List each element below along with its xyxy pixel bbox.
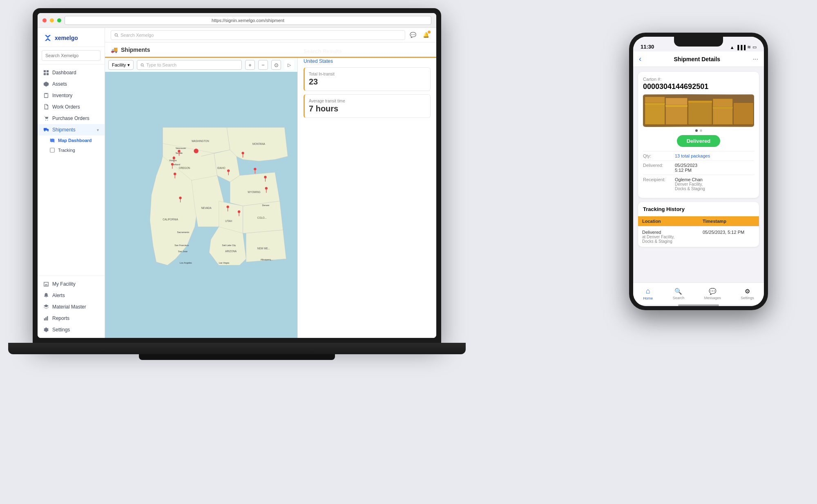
svg-point-6 xyxy=(47,120,48,121)
stat-card-transit: Total In-transit 23 xyxy=(304,67,431,91)
sidebar-label-my-facility: My Facility xyxy=(52,281,76,287)
pin-idaho xyxy=(227,169,230,172)
utah-label: UTAH xyxy=(225,220,232,222)
home-indicator xyxy=(633,304,764,306)
sidebar-item-inventory[interactable]: Inventory xyxy=(38,90,105,101)
svg-rect-54 xyxy=(645,97,665,103)
tracking-row-1: Delivered at Denver Facility,Docks & Sta… xyxy=(638,226,759,247)
phone-screen: 11:30 ▲ ▐▐▐ ≋ ▭ ‹ Shipment Details ··· C… xyxy=(633,37,764,306)
svg-text:Albuquerq...: Albuquerq... xyxy=(261,258,273,261)
sidebar-label-dashboard: Dashboard xyxy=(52,70,76,75)
map-container[interactable]: WASHINGTON OREGON CALIFORNIA NEVADA IDAH… xyxy=(105,58,297,338)
sidebar: xemelgo Dashboard Assets xyxy=(38,28,105,338)
shipments-bar: 🚚 Shipments xyxy=(105,42,436,58)
sidebar-item-dashboard[interactable]: Dashboard xyxy=(38,67,105,78)
battery-icon: ▭ xyxy=(752,44,757,50)
delivered-button[interactable]: Delivered xyxy=(677,135,721,147)
svg-text:Los Angeles: Los Angeles xyxy=(180,262,192,264)
sidebar-item-assets[interactable]: Assets xyxy=(38,78,105,90)
new-mexico-label: NEW ME... xyxy=(257,247,270,250)
california-label: CALIFORNIA xyxy=(163,218,178,221)
phone-status-icons: ▲ ▐▐▐ ≋ ▭ xyxy=(730,44,757,50)
svg-point-7 xyxy=(44,130,45,131)
logo-text: xemelgo xyxy=(55,35,78,41)
more-button[interactable]: ··· xyxy=(753,56,758,63)
gear-icon xyxy=(43,327,49,333)
pin-utah2 xyxy=(238,211,240,213)
svg-rect-3 xyxy=(47,73,49,75)
map-controls-bar: Facility ▾ Type to Search + − ⊙ ▷ xyxy=(105,58,297,72)
tracking-header: Location Timestamp xyxy=(638,216,759,226)
phone-nav-search[interactable]: 🔍 Search xyxy=(673,288,685,300)
global-search[interactable]: Search Xemelgo xyxy=(111,30,405,40)
qty-key: Qty: xyxy=(643,153,672,158)
pin-seattle-dot xyxy=(178,150,180,152)
tracking-location: Delivered at Denver Facility,Docks & Sta… xyxy=(638,230,699,244)
sidebar-item-purchase-orders[interactable]: Purchase Orders xyxy=(38,113,105,124)
notification-icon[interactable]: 🔔 xyxy=(422,31,431,40)
carton-card: Carton #: 0000304144692501 xyxy=(638,72,759,198)
sidebar-item-tracking[interactable]: Tracking xyxy=(38,145,105,155)
svg-rect-47 xyxy=(665,104,687,124)
svg-point-16 xyxy=(141,64,143,66)
search-nav-label: Search xyxy=(673,296,685,300)
map-search-icon xyxy=(141,63,144,67)
washington-label: WASHINGTON xyxy=(192,140,209,142)
sidebar-item-material-master[interactable]: Material Master xyxy=(38,301,105,313)
boxes-svg xyxy=(643,94,754,127)
sidebar-label-purchase-orders: Purchase Orders xyxy=(52,115,89,121)
box-icon xyxy=(43,81,49,87)
qty-value[interactable]: 13 total packages xyxy=(675,153,710,158)
sidebar-search-container xyxy=(38,47,105,64)
chat-icon[interactable]: 💬 xyxy=(408,31,417,40)
expand-button[interactable]: ▷ xyxy=(284,60,294,70)
pin-wyoming2 xyxy=(254,168,256,170)
url-bar: https://signin.xemelgo.com/shipment xyxy=(65,16,431,25)
laptop: https://signin.xemelgo.com/shipment xeme… xyxy=(33,8,462,457)
sidebar-item-alerts[interactable]: Alerts xyxy=(38,290,105,301)
sidebar-item-my-facility[interactable]: My Facility xyxy=(38,278,105,290)
phone-nav-home[interactable]: ⌂ Home xyxy=(643,287,653,300)
locate-button[interactable]: ⊙ xyxy=(271,60,281,70)
shipments-bar-title: Shipments xyxy=(121,47,150,53)
chevron-down-icon: ▾ xyxy=(97,128,99,132)
sidebar-search-input[interactable] xyxy=(42,50,100,61)
facility-dropdown[interactable]: Facility ▾ xyxy=(108,60,134,70)
tracking-col-timestamp: Timestamp xyxy=(699,216,759,226)
stat-card-avg-transit: Average transit time 7 hours xyxy=(304,94,431,118)
sidebar-item-work-orders[interactable]: Work Orders xyxy=(38,101,105,113)
svg-text:Denver: Denver xyxy=(262,204,270,206)
traffic-light-yellow[interactable] xyxy=(50,18,54,22)
map-search[interactable]: Type to Search xyxy=(137,60,242,70)
phone-notch xyxy=(674,37,723,47)
montana-label: MONTANA xyxy=(252,142,266,145)
messages-nav-label: Messages xyxy=(704,296,721,300)
laptop-screen: https://signin.xemelgo.com/shipment xeme… xyxy=(38,13,436,338)
wyoming-state xyxy=(230,172,280,206)
sidebar-item-map-dashboard[interactable]: Map Dashboard xyxy=(38,135,105,145)
tracking-history-card: Tracking History Location Timestamp Deli… xyxy=(638,202,759,247)
tracking-col-location: Location xyxy=(638,216,699,226)
zoom-in-button[interactable]: + xyxy=(245,60,255,70)
colorado-label: COLO... xyxy=(257,216,267,219)
svg-text:Victoria: Victoria xyxy=(169,159,177,162)
sidebar-label-inventory: Inventory xyxy=(52,93,72,98)
sidebar-item-settings[interactable]: Settings xyxy=(38,324,105,335)
phone-nav-settings[interactable]: ⚙ Settings xyxy=(741,288,754,300)
zoom-out-button[interactable]: − xyxy=(258,60,268,70)
search-nav-icon: 🔍 xyxy=(674,288,682,295)
sidebar-item-shipments[interactable]: Shipments ▾ xyxy=(38,124,105,135)
chart-icon xyxy=(43,315,49,321)
layers-icon xyxy=(43,304,49,310)
phone-nav-messages[interactable]: 💬 Messages xyxy=(704,288,721,300)
delivered-time: 5:12 PM xyxy=(675,168,697,173)
traffic-light-green[interactable] xyxy=(57,18,61,22)
map-area: 🚚 Shipments Facility ▾ Type to Sear xyxy=(105,42,436,338)
sidebar-item-reports[interactable]: Reports xyxy=(38,313,105,324)
sidebar-bottom: My Facility Alerts Material Master xyxy=(38,275,105,338)
arizona-label: ARIZONA xyxy=(225,250,237,253)
svg-rect-9 xyxy=(50,148,55,153)
traffic-light-red[interactable] xyxy=(42,18,47,22)
svg-text:Las Vegas: Las Vegas xyxy=(219,262,230,264)
sidebar-label-map-dashboard: Map Dashboard xyxy=(58,138,92,143)
